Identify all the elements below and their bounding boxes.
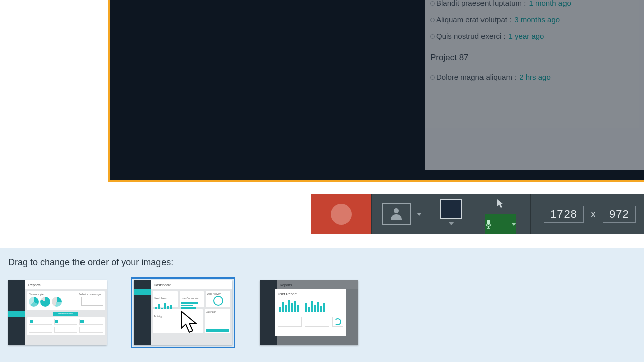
thumbnail-panel: Drag to change the order of your images:… [0, 248, 644, 362]
thumb-title: Dashboard [151, 280, 232, 289]
webcam-icon [382, 203, 411, 225]
chevron-down-icon [511, 223, 516, 226]
pie-icon [40, 297, 50, 307]
activity-item: Aliquam erat volutpat : 3 months ago [430, 11, 644, 28]
ring-icon [334, 318, 341, 325]
captured-window: Consectetuer adipiscing elit : 4 hrs ago… [209, 0, 644, 180]
thumb-sidebar-active [134, 289, 151, 295]
activity-text: Aliquam erat volutpat : [436, 11, 511, 28]
svg-rect-0 [487, 220, 490, 225]
thumbnail-reports[interactable]: Reports Choose a pie… Select a date rang… [8, 280, 107, 345]
thumbnail-row: Reports Choose a pie… Select a date rang… [8, 280, 636, 345]
cursor-icon [497, 199, 505, 209]
thumb-label: User Activity [207, 292, 221, 295]
activity-text: Dolore magna aliquam : [436, 69, 516, 85]
thumb-sidebar [8, 280, 25, 345]
activity-time: 1 month ago [529, 0, 571, 11]
cursor-toggle[interactable] [497, 194, 505, 214]
project-title: Project 87 [430, 44, 644, 68]
thumb-label: Select a date range… [79, 293, 103, 296]
bar-chart-icon [304, 298, 326, 313]
thumb-body: Choose a pie… Select a date range… Gener… [25, 289, 107, 345]
chevron-down-icon [417, 213, 422, 216]
region-icon [440, 199, 462, 219]
activity-time: 3 months ago [514, 11, 560, 28]
activity-item: Dolore magna aliquam : 2 hrs ago [430, 69, 644, 85]
activity-item: Quis nostrud exerci : 1 year ago [430, 28, 644, 44]
capture-preview: Consectetuer adipiscing elit : 4 hrs ago… [0, 0, 644, 184]
thumb-label: New Users [154, 297, 166, 300]
webcam-toggle[interactable] [371, 194, 432, 234]
activity-item: Blandit praesent luptatum : 1 month ago [430, 0, 644, 11]
thumb-sidebar-active [8, 311, 25, 317]
thumb-label: Choose a pie… [29, 293, 62, 296]
activity-panel: Consectetuer adipiscing elit : 4 hrs ago… [425, 0, 644, 170]
person-icon [389, 207, 404, 221]
activity-time: 1 year ago [509, 28, 544, 44]
width-input[interactable]: 1728 [544, 206, 584, 223]
microphone-icon [485, 219, 492, 229]
dimensions-group: 1728 x 972 [530, 194, 644, 234]
dimension-separator: x [591, 208, 596, 220]
thumb-label: User Conversion [181, 297, 199, 300]
cursor-mic-group [470, 194, 530, 234]
activity-time: 2 hrs ago [519, 69, 551, 85]
cursor-icon [179, 310, 199, 334]
thumbnail-user-report[interactable]: Reports User Report [260, 280, 358, 345]
bar-chart-icon [278, 298, 300, 313]
height-input[interactable]: 972 [603, 206, 636, 223]
thumb-label: Activity [154, 315, 162, 318]
thumbnail-dashboard[interactable]: Dashboard New Users User Conversion [134, 280, 232, 345]
thumb-title: Reports [25, 280, 107, 289]
thumb-modal: User Report [275, 289, 346, 336]
thumb-sidebar [134, 280, 151, 345]
thumb-button: Generate Report [53, 312, 78, 316]
thumbnail-hint: Drag to change the order of your images: [8, 257, 636, 268]
activity-text: Blandit praesent luptatum : [436, 0, 526, 11]
recording-region-frame[interactable]: Consectetuer adipiscing elit : 4 hrs ago… [108, 0, 644, 182]
region-selector[interactable] [432, 194, 470, 234]
pie-icon [52, 297, 62, 307]
record-icon [331, 204, 352, 225]
record-button[interactable] [311, 194, 371, 234]
thumb-modal-title: User Report [278, 292, 343, 296]
microphone-toggle[interactable] [485, 214, 516, 235]
recording-toolbar: 1728 x 972 [311, 194, 644, 234]
ring-icon [213, 296, 223, 306]
pie-icon [29, 297, 39, 307]
chevron-down-icon [448, 222, 454, 225]
activity-text: Quis nostrud exerci : [436, 28, 506, 44]
